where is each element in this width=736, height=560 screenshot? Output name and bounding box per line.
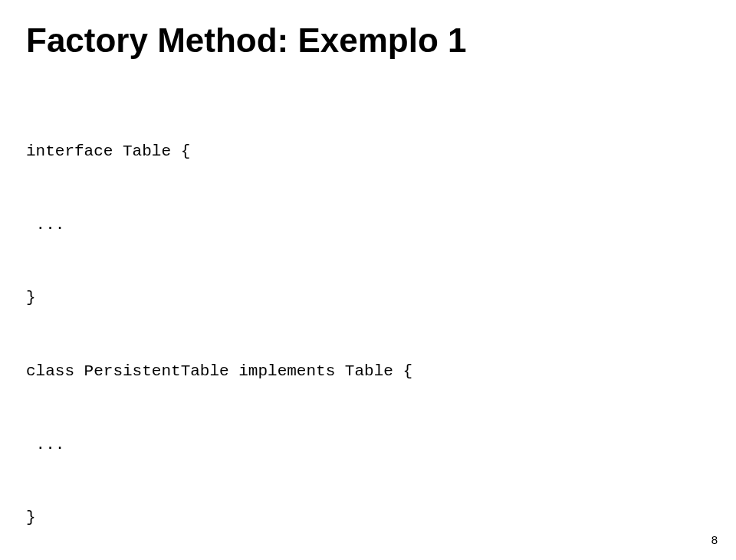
code-line: } — [26, 286, 710, 310]
code-line: ... — [26, 213, 710, 237]
code-line: class PersistentTable implements Table { — [26, 359, 710, 384]
code-line: interface Table { — [26, 139, 710, 164]
slide-title: Factory Method: Exemplo 1 — [26, 21, 710, 60]
slide-page: Factory Method: Exemplo 1 interface Tabl… — [0, 0, 736, 560]
code-line: ... — [26, 433, 710, 457]
code-line: } — [26, 506, 710, 530]
code-block: interface Table { ... } class Persistent… — [26, 90, 710, 560]
page-number: 8 — [711, 533, 718, 546]
